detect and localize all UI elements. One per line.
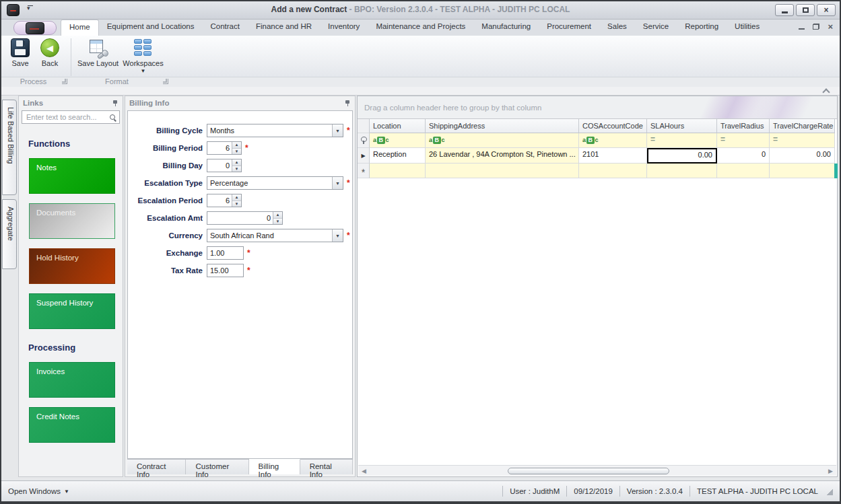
new-row-cell-cosaccountcode[interactable] bbox=[579, 164, 647, 178]
workspaces-button[interactable]: Workspaces ▼ bbox=[121, 38, 166, 73]
new-row-cell-shippingaddress[interactable] bbox=[426, 164, 579, 178]
ribbon-tab-maintenance-and-projects[interactable]: Maintenance and Projects bbox=[368, 20, 473, 36]
escalation-type-combobox[interactable]: Percentage▼ bbox=[207, 176, 343, 190]
ribbon-tab-finance-and-hr[interactable]: Finance and HR bbox=[248, 20, 320, 36]
currency-combobox[interactable]: South African Rand▼ bbox=[207, 229, 343, 242]
resize-grip[interactable] bbox=[825, 487, 833, 495]
new-row-cell-travelchargerate[interactable] bbox=[770, 164, 835, 178]
mdi-minimize-icon[interactable] bbox=[799, 28, 805, 30]
tab-contract-info[interactable]: Contract Info bbox=[127, 460, 186, 474]
new-row-cell-travelradius[interactable] bbox=[717, 164, 770, 178]
column-header-slahours[interactable]: SLAHours bbox=[647, 119, 717, 133]
spin-down-icon[interactable]: ▼ bbox=[273, 219, 282, 225]
column-header-location[interactable]: Location bbox=[370, 119, 426, 133]
mdi-restore-icon[interactable] bbox=[813, 24, 819, 30]
chevron-down-icon[interactable]: ▼ bbox=[332, 229, 343, 242]
escalation-amt-spinner[interactable]: 0▲▼ bbox=[207, 211, 283, 225]
spin-up-icon[interactable]: ▲ bbox=[232, 194, 241, 201]
cell-travelchargerate[interactable]: 0.00 bbox=[770, 148, 835, 164]
process-dialog-launcher-icon[interactable] bbox=[62, 79, 67, 84]
application-menu-button[interactable] bbox=[13, 21, 57, 35]
ribbon-tab-utilities[interactable]: Utilities bbox=[727, 20, 768, 36]
workspaces-dropdown-icon: ▼ bbox=[141, 69, 146, 73]
cell-slahours[interactable]: 0.00 bbox=[647, 148, 717, 164]
link-button-documents[interactable]: Documents bbox=[29, 203, 115, 239]
ribbon-tab-home[interactable]: Home bbox=[61, 20, 99, 36]
grid-new-row: * bbox=[358, 164, 837, 178]
ribbon-tab-reporting[interactable]: Reporting bbox=[677, 20, 727, 36]
abc-filter-icon: aBc bbox=[429, 137, 445, 144]
grid-group-by-panel[interactable]: Drag a column header here to group by th… bbox=[358, 96, 837, 119]
grid-header-row: LocationShippingAddressCOSAccountCodeSLA… bbox=[358, 119, 837, 133]
filter-cell-location[interactable]: aBc bbox=[370, 133, 426, 148]
billing-info-pin-icon[interactable] bbox=[344, 100, 351, 107]
exchange-input[interactable]: 1.00 bbox=[207, 246, 244, 260]
tax-rate-input[interactable]: 15.00 bbox=[207, 264, 244, 277]
back-button[interactable]: ◀ Back bbox=[35, 38, 65, 67]
close-button[interactable]: × bbox=[817, 4, 836, 16]
cell-shippingaddress[interactable]: 26 Lavendar , 94A Crompton St, Pinetown … bbox=[426, 148, 579, 164]
format-dialog-launcher-icon[interactable] bbox=[163, 79, 168, 84]
equals-filter-icon: = bbox=[773, 135, 778, 144]
ribbon-group-process: Save ◀ Back bbox=[1, 36, 69, 77]
cell-travelradius[interactable]: 0 bbox=[717, 148, 770, 164]
column-header-travelchargerate[interactable]: TravelChargeRate bbox=[770, 119, 835, 133]
ribbon-tab-inventory[interactable]: Inventory bbox=[320, 20, 368, 36]
maximize-button[interactable] bbox=[796, 4, 815, 16]
links-search-input[interactable] bbox=[25, 112, 109, 122]
links-content: FunctionsNotesDocumentsHold HistorySuspe… bbox=[19, 124, 123, 443]
escalation-period-spinner[interactable]: 6▲▼ bbox=[207, 194, 242, 207]
cell-cosaccountcode[interactable]: 2101 bbox=[579, 148, 647, 164]
filter-cell-cosaccountcode[interactable]: aBc bbox=[579, 133, 647, 148]
cell-location[interactable]: Reception bbox=[370, 148, 426, 164]
chevron-down-icon[interactable]: ▼ bbox=[332, 124, 343, 137]
links-pin-icon[interactable] bbox=[112, 100, 119, 107]
tab-billing-info[interactable]: Billing Info bbox=[249, 459, 300, 474]
collapse-ribbon-icon[interactable] bbox=[822, 87, 830, 94]
tab-rental-info[interactable]: Rental Info bbox=[300, 460, 353, 474]
filter-cell-travelchargerate[interactable]: = bbox=[770, 133, 835, 148]
minimize-button[interactable] bbox=[775, 4, 794, 16]
billing-period-spinner[interactable]: 6▲▼ bbox=[207, 141, 242, 155]
side-tab-aggregate[interactable]: Aggregate bbox=[2, 199, 17, 269]
scrollbar-thumb[interactable] bbox=[508, 468, 669, 474]
link-button-credit-notes[interactable]: Credit Notes bbox=[29, 407, 115, 443]
link-button-suspend-history[interactable]: Suspend History bbox=[29, 293, 115, 329]
ribbon-tab-service[interactable]: Service bbox=[635, 20, 677, 36]
spin-up-icon[interactable]: ▲ bbox=[232, 142, 241, 149]
spin-up-icon[interactable]: ▲ bbox=[232, 159, 241, 166]
ribbon-tab-sales[interactable]: Sales bbox=[599, 20, 635, 36]
chevron-down-icon[interactable]: ▼ bbox=[332, 177, 343, 189]
link-button-hold-history[interactable]: Hold History bbox=[29, 248, 115, 284]
side-tab-life-based-billing[interactable]: Life Based Billing bbox=[2, 100, 17, 195]
search-icon[interactable] bbox=[109, 114, 116, 121]
mdi-close-icon[interactable]: × bbox=[828, 24, 833, 30]
save-button[interactable]: Save bbox=[5, 38, 35, 67]
filter-cell-travelradius[interactable]: = bbox=[717, 133, 770, 148]
tab-customer-info[interactable]: Customer Info bbox=[186, 460, 248, 474]
column-header-cosaccountcode[interactable]: COSAccountCode bbox=[579, 119, 647, 133]
spin-down-icon[interactable]: ▼ bbox=[232, 166, 241, 172]
ribbon-tab-contract[interactable]: Contract bbox=[202, 20, 247, 36]
billing-day-spinner[interactable]: 0▲▼ bbox=[207, 159, 242, 172]
billing-cycle-combobox[interactable]: Months▼ bbox=[207, 124, 343, 137]
column-header-travelradius[interactable]: TravelRadius bbox=[717, 119, 770, 133]
open-windows-button[interactable]: Open Windows ▼ bbox=[8, 487, 69, 495]
spin-down-icon[interactable]: ▼ bbox=[232, 149, 241, 155]
new-row-cell-slahours[interactable] bbox=[647, 164, 717, 178]
link-button-invoices[interactable]: Invoices bbox=[29, 362, 115, 398]
spin-up-icon[interactable]: ▲ bbox=[273, 212, 282, 219]
scroll-left-icon[interactable]: ◀ bbox=[362, 468, 366, 474]
new-row-cell-location[interactable] bbox=[370, 164, 426, 178]
column-header-shippingaddress[interactable]: ShippingAddress bbox=[426, 119, 579, 133]
scroll-right-icon[interactable]: ▶ bbox=[828, 468, 833, 474]
spin-down-icon[interactable]: ▼ bbox=[232, 201, 241, 207]
grid-horizontal-scrollbar[interactable]: ◀ ▶ bbox=[358, 465, 836, 476]
filter-cell-shippingaddress[interactable]: aBc bbox=[426, 133, 579, 148]
filter-cell-slahours[interactable]: = bbox=[647, 133, 717, 148]
ribbon-tab-procurement[interactable]: Procurement bbox=[539, 20, 599, 36]
link-button-notes[interactable]: Notes bbox=[29, 158, 115, 194]
ribbon-tab-manufacturing[interactable]: Manufacturing bbox=[473, 20, 539, 36]
ribbon-tab-equipment-and-locations[interactable]: Equipment and Locations bbox=[99, 20, 203, 36]
save-layout-button[interactable]: Save Layout bbox=[75, 38, 121, 67]
